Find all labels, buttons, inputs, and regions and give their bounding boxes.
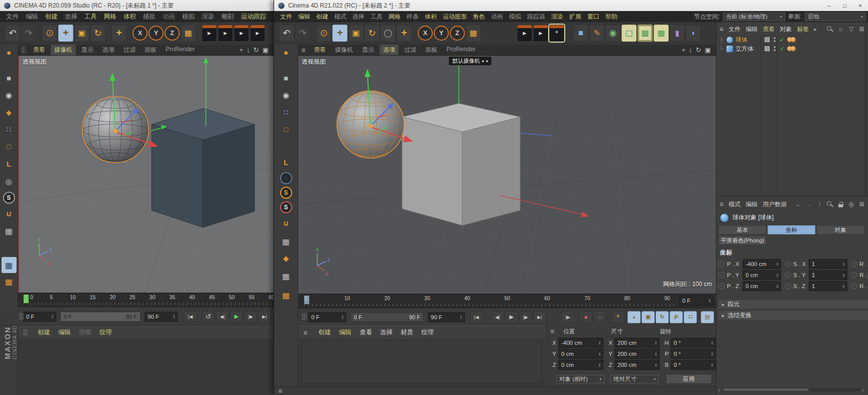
panel-menu-item[interactable]: 编辑 [746, 25, 758, 34]
menu-item[interactable]: 运动图形 [443, 13, 467, 21]
position-field[interactable]: 0 cm▴▾ [742, 270, 781, 280]
material-list[interactable] [302, 341, 541, 383]
play-forwards-button[interactable]: ▶ [505, 311, 518, 323]
home-icon[interactable]: ⌂ [837, 26, 844, 33]
attribute-tab-phong[interactable]: 平滑着色(Phong) [718, 236, 767, 245]
menu-item[interactable]: 动画 [163, 13, 175, 21]
previous-key-button[interactable]: ◀( [216, 311, 229, 323]
toolbar-icon[interactable] [311, 25, 315, 42]
rotation-field[interactable]: 0 °▴▾ [671, 338, 716, 348]
menu-item[interactable]: 雕刻 [221, 13, 234, 21]
rotation-field[interactable]: 0 °▴▾ [671, 360, 716, 370]
previous-frame-button[interactable]: ◀| [491, 311, 504, 323]
back-icon[interactable]: ← [795, 201, 802, 208]
undo-icon[interactable]: ↶ [279, 25, 294, 42]
right-material-area[interactable] [298, 339, 545, 386]
material-menu-item[interactable]: 创建 [38, 328, 50, 337]
render-settings-icon[interactable]: * [549, 25, 564, 42]
menu-item[interactable]: 选择 [352, 13, 364, 21]
viewport-3d-scene[interactable]: Y Z X [298, 56, 716, 294]
horizontal-scrollbar[interactable]: ‹ › [718, 387, 864, 392]
menu-item[interactable]: 模式 [334, 13, 346, 21]
workplane-grid-icon[interactable]: ▦ [2, 223, 17, 239]
y-axis-lock-icon[interactable]: Y [434, 26, 449, 41]
edges-mode-icon[interactable]: □ [2, 139, 17, 155]
menu-item[interactable]: 网格 [389, 13, 401, 21]
enabled-check[interactable]: ✓ [780, 46, 784, 52]
menu-item[interactable]: 样条 [407, 13, 419, 21]
workplane-mode-icon[interactable]: ◆ [279, 250, 294, 267]
menu-item[interactable]: 编辑 [26, 13, 38, 21]
menu-item[interactable]: 文件 [6, 13, 19, 21]
keyframe-dot[interactable] [718, 261, 724, 267]
object-name[interactable]: 球体 [735, 36, 762, 44]
undo-icon[interactable]: ↶ [5, 25, 20, 42]
viewport-menu-item[interactable]: 面板 [422, 45, 441, 55]
keyframe-dot[interactable] [785, 283, 791, 289]
lock-workplane-icon[interactable]: ▦ [279, 268, 294, 284]
size-field[interactable]: 200 cm▴▾ [614, 338, 660, 348]
node-space-dropdown[interactable]: 当前 (标准/物理)▾ [723, 13, 785, 21]
visibility-dots[interactable] [774, 37, 776, 42]
magnet-icon[interactable]: ∪ [2, 206, 17, 222]
subdivision-surface-icon[interactable]: ◉ [605, 25, 621, 42]
rotate-workplane-icon[interactable]: ▦ [279, 287, 294, 303]
record-keyframe-button[interactable]: ● [579, 311, 592, 323]
scroll-right-icon[interactable]: › [862, 387, 864, 393]
viewport-3d-scene[interactable]: Y Z X [19, 56, 274, 293]
viewport-solo-icon[interactable]: ◎ [2, 174, 17, 190]
next-frame-button[interactable]: |▶ [519, 311, 532, 323]
enable-snap-icon[interactable]: S [3, 192, 15, 204]
panel-menu-item[interactable]: 模式 [728, 200, 740, 209]
snap-2d-icon[interactable]: S [280, 201, 292, 213]
keyframe-dot[interactable] [718, 283, 724, 289]
viewport-maximize-icon[interactable]: ▣ [263, 46, 269, 54]
menu-item[interactable]: 体积 [123, 13, 136, 21]
material-menu-item[interactable]: 创建 [318, 328, 331, 337]
texture-mode-icon[interactable]: ◉ [279, 87, 294, 103]
viewport-menu-item[interactable]: 面板 [141, 45, 160, 55]
motion-tracker-icon[interactable]: ▶ [218, 25, 233, 42]
viewport-menu-item[interactable]: 选项 [380, 45, 399, 55]
move-tool-icon[interactable]: + [58, 25, 73, 42]
material-menu-item[interactable]: 编辑 [58, 328, 71, 337]
panel-menu-item[interactable]: 对象 [780, 25, 792, 34]
scroll-left-icon[interactable]: ‹ [718, 387, 720, 393]
viewport-menu-item[interactable]: 查看 [310, 45, 329, 55]
enable-snap-icon[interactable]: S [280, 172, 292, 184]
toolbar-icon[interactable] [106, 25, 110, 42]
menu-item[interactable]: 扩展 [569, 13, 581, 21]
coordinate-system-icon[interactable]: ▦ [466, 25, 481, 42]
viewport-rotate-icon[interactable]: ↻ [254, 46, 259, 54]
keyframe-dot[interactable] [785, 272, 791, 278]
size-mode-dropdown[interactable]: 绝对尺寸▾ [610, 375, 659, 383]
redo-icon[interactable]: ↷ [295, 25, 310, 42]
filter-icon[interactable]: ▽ [847, 26, 855, 33]
right-titlebar[interactable]: Cinema 4D R21.022 (RC) - [未标题 2 *] - 主要 … [274, 0, 868, 11]
scale-field[interactable]: 1▴▾ [809, 259, 847, 269]
current-frame-field[interactable]: 0 F▴▾ [308, 312, 346, 322]
material-menu-item[interactable]: 查看 [359, 328, 372, 337]
goto-end-button[interactable]: ▶| [533, 311, 546, 323]
enabled-check[interactable]: ✓ [780, 37, 784, 43]
keyframe-dot[interactable] [851, 272, 857, 278]
keyframe-selection-button[interactable]: * [611, 311, 625, 323]
motion-tracker-icon[interactable]: ▶ [202, 25, 217, 42]
rotation-field[interactable]: 0 °▴▾ [671, 349, 716, 359]
live-selection-icon[interactable]: ⊙ [316, 25, 331, 42]
animation-palette-button[interactable]: ▤ [701, 311, 714, 323]
last-used-tool-icon[interactable]: + [111, 25, 127, 42]
rotate-tool-icon[interactable]: ↻ [90, 25, 105, 42]
autokeying-button[interactable]: ○ [593, 311, 606, 323]
panel-menu-item[interactable]: 用户数据 [763, 200, 787, 209]
menu-item[interactable]: 窗口 [587, 13, 599, 21]
viewport-menu-item[interactable]: 摄像机 [51, 45, 76, 55]
key-scale-button[interactable]: ▣ [642, 311, 655, 323]
make-editable-icon[interactable]: ● [279, 45, 294, 61]
render-picture-viewer-icon[interactable]: ▶ [533, 25, 548, 42]
key-parameter-button[interactable]: P [670, 311, 683, 323]
apply-button[interactable]: 应用 [666, 374, 712, 384]
material-menu-item[interactable]: 材质 [401, 328, 413, 337]
toolbar-icon[interactable] [482, 25, 486, 42]
move-tool-icon[interactable]: + [332, 25, 347, 42]
